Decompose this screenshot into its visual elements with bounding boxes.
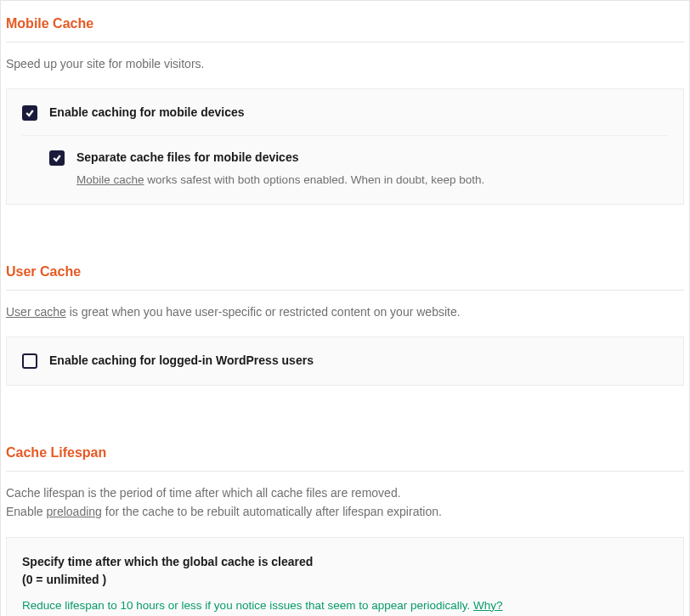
section-user-cache: User Cache User cache is great when you … — [1, 249, 689, 386]
heading-line1: Specify time after which the global cach… — [22, 555, 313, 568]
option-enable-mobile-caching: Enable caching for mobile devices — [22, 105, 668, 122]
desc-line1: Cache lifespan is the period of time aft… — [6, 486, 401, 500]
checkbox-enable-user-caching[interactable] — [22, 353, 37, 369]
desc-line2-pre: Enable — [6, 505, 46, 518]
panel-mobile-cache: Enable caching for mobile devices Separa… — [6, 88, 684, 204]
checkbox-separate-mobile-cache[interactable] — [49, 150, 65, 166]
option-enable-user-caching: Enable caching for logged-in WordPress u… — [22, 353, 668, 370]
link-mobile-cache-doc[interactable]: Mobile cache — [76, 173, 144, 186]
link-why[interactable]: Why? — [473, 599, 503, 612]
help-text-mobile-cache: Mobile cache works safest with both opti… — [76, 172, 668, 189]
heading-line2: (0 = unlimited ) — [22, 573, 106, 586]
checkbox-content: Enable caching for logged-in WordPress u… — [49, 353, 668, 370]
section-title-cache-lifespan: Cache Lifespan — [6, 430, 684, 472]
hint-text: Reduce lifespan to 10 hours or less if y… — [22, 599, 473, 612]
panel-cache-lifespan: Specify time after which the global cach… — [6, 537, 684, 616]
heading-specify-time: Specify time after which the global cach… — [22, 553, 668, 589]
spacer — [1, 406, 689, 430]
panel-user-cache: Enable caching for logged-in WordPress u… — [6, 336, 684, 386]
label-enable-mobile-caching: Enable caching for mobile devices — [49, 105, 668, 122]
section-desc-user-cache: User cache is great when you have user-s… — [6, 301, 684, 336]
label-separate-mobile-cache: Separate cache files for mobile devices — [76, 150, 668, 167]
checkbox-content: Enable caching for mobile devices — [49, 105, 668, 122]
settings-container: Mobile Cache Speed up your site for mobi… — [0, 0, 690, 616]
hint-cache-lifespan: Reduce lifespan to 10 hours or less if y… — [22, 597, 668, 614]
section-desc-mobile-cache: Speed up your site for mobile visitors. — [6, 53, 684, 88]
check-icon — [25, 108, 35, 118]
help-text-rest: works safest with both options enabled. … — [144, 173, 485, 186]
option-separate-mobile-cache: Separate cache files for mobile devices … — [22, 135, 668, 189]
link-preloading[interactable]: preloading — [46, 505, 101, 518]
desc-rest: is great when you have user-specific or … — [66, 305, 461, 319]
section-cache-lifespan: Cache Lifespan Cache lifespan is the per… — [1, 430, 689, 616]
label-enable-user-caching: Enable caching for logged-in WordPress u… — [49, 353, 668, 370]
spacer — [1, 225, 689, 249]
checkbox-enable-mobile-caching[interactable] — [22, 105, 37, 121]
section-mobile-cache: Mobile Cache Speed up your site for mobi… — [1, 1, 689, 205]
section-title-user-cache: User Cache — [6, 249, 684, 291]
section-desc-cache-lifespan: Cache lifespan is the period of time aft… — [6, 482, 684, 537]
desc-line2-post: for the cache to be rebuilt automaticall… — [102, 505, 442, 518]
section-title-mobile-cache: Mobile Cache — [6, 1, 684, 42]
checkbox-content: Separate cache files for mobile devices … — [76, 150, 668, 189]
link-user-cache-doc[interactable]: User cache — [6, 305, 66, 319]
check-icon — [52, 153, 62, 163]
